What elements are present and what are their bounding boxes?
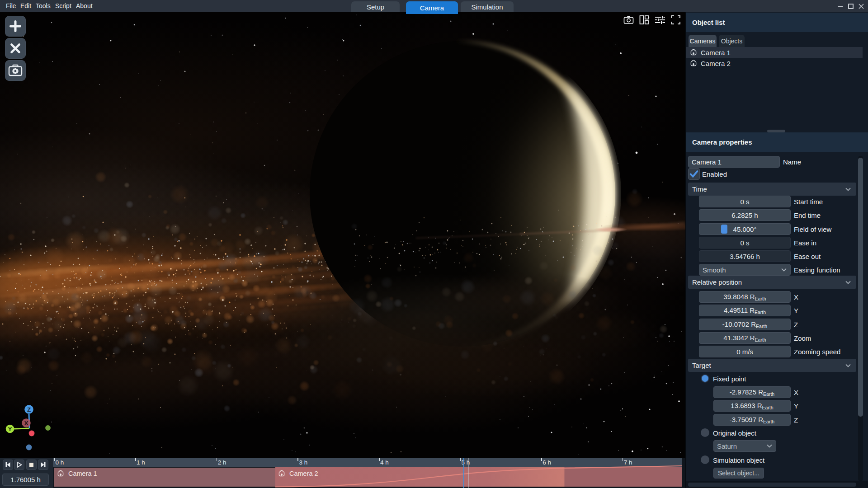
svg-text:X: X xyxy=(24,420,28,427)
svg-text:Y: Y xyxy=(8,426,12,432)
svg-text:Z: Z xyxy=(27,406,31,413)
